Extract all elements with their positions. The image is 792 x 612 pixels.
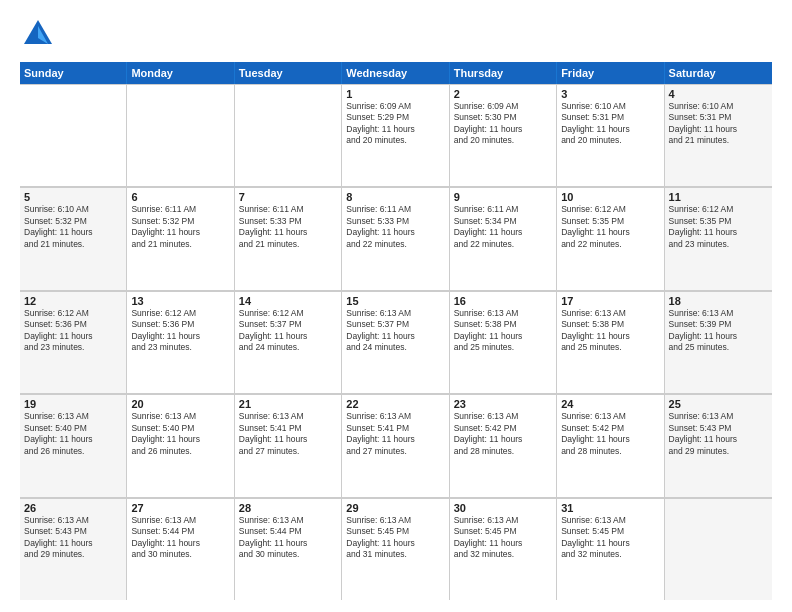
day-number: 19	[24, 398, 122, 410]
calendar-cell-day-6: 6Sunrise: 6:11 AM Sunset: 5:32 PM Daylig…	[127, 187, 234, 289]
calendar-cell-day-25: 25Sunrise: 6:13 AM Sunset: 5:43 PM Dayli…	[665, 394, 772, 496]
day-number: 11	[669, 191, 768, 203]
calendar-cell-day-5: 5Sunrise: 6:10 AM Sunset: 5:32 PM Daylig…	[20, 187, 127, 289]
day-number: 1	[346, 88, 444, 100]
calendar-row-2: 12Sunrise: 6:12 AM Sunset: 5:36 PM Dayli…	[20, 291, 772, 394]
calendar-cell-day-16: 16Sunrise: 6:13 AM Sunset: 5:38 PM Dayli…	[450, 291, 557, 393]
day-number: 31	[561, 502, 659, 514]
day-number: 15	[346, 295, 444, 307]
cell-info: Sunrise: 6:12 AM Sunset: 5:35 PM Dayligh…	[669, 204, 768, 250]
cell-info: Sunrise: 6:09 AM Sunset: 5:30 PM Dayligh…	[454, 101, 552, 147]
calendar-cell-day-7: 7Sunrise: 6:11 AM Sunset: 5:33 PM Daylig…	[235, 187, 342, 289]
cell-info: Sunrise: 6:13 AM Sunset: 5:45 PM Dayligh…	[561, 515, 659, 561]
cell-info: Sunrise: 6:11 AM Sunset: 5:34 PM Dayligh…	[454, 204, 552, 250]
day-number: 16	[454, 295, 552, 307]
day-number: 29	[346, 502, 444, 514]
weekday-header-sunday: Sunday	[20, 62, 127, 84]
calendar-row-4: 26Sunrise: 6:13 AM Sunset: 5:43 PM Dayli…	[20, 498, 772, 600]
day-number: 7	[239, 191, 337, 203]
cell-info: Sunrise: 6:13 AM Sunset: 5:45 PM Dayligh…	[454, 515, 552, 561]
day-number: 8	[346, 191, 444, 203]
calendar: SundayMondayTuesdayWednesdayThursdayFrid…	[20, 62, 772, 600]
calendar-cell-day-22: 22Sunrise: 6:13 AM Sunset: 5:41 PM Dayli…	[342, 394, 449, 496]
calendar-cell-day-17: 17Sunrise: 6:13 AM Sunset: 5:38 PM Dayli…	[557, 291, 664, 393]
day-number: 22	[346, 398, 444, 410]
calendar-cell-day-15: 15Sunrise: 6:13 AM Sunset: 5:37 PM Dayli…	[342, 291, 449, 393]
weekday-header-friday: Friday	[557, 62, 664, 84]
calendar-cell-day-18: 18Sunrise: 6:13 AM Sunset: 5:39 PM Dayli…	[665, 291, 772, 393]
cell-info: Sunrise: 6:13 AM Sunset: 5:42 PM Dayligh…	[454, 411, 552, 457]
weekday-header-saturday: Saturday	[665, 62, 772, 84]
day-number: 14	[239, 295, 337, 307]
day-number: 12	[24, 295, 122, 307]
calendar-cell-day-19: 19Sunrise: 6:13 AM Sunset: 5:40 PM Dayli…	[20, 394, 127, 496]
calendar-cell-day-29: 29Sunrise: 6:13 AM Sunset: 5:45 PM Dayli…	[342, 498, 449, 600]
calendar-cell-day-1: 1Sunrise: 6:09 AM Sunset: 5:29 PM Daylig…	[342, 84, 449, 186]
cell-info: Sunrise: 6:13 AM Sunset: 5:41 PM Dayligh…	[239, 411, 337, 457]
cell-info: Sunrise: 6:13 AM Sunset: 5:38 PM Dayligh…	[561, 308, 659, 354]
day-number: 6	[131, 191, 229, 203]
cell-info: Sunrise: 6:13 AM Sunset: 5:41 PM Dayligh…	[346, 411, 444, 457]
calendar-row-1: 5Sunrise: 6:10 AM Sunset: 5:32 PM Daylig…	[20, 187, 772, 290]
day-number: 9	[454, 191, 552, 203]
calendar-cell-day-11: 11Sunrise: 6:12 AM Sunset: 5:35 PM Dayli…	[665, 187, 772, 289]
calendar-cell-day-3: 3Sunrise: 6:10 AM Sunset: 5:31 PM Daylig…	[557, 84, 664, 186]
calendar-cell-day-27: 27Sunrise: 6:13 AM Sunset: 5:44 PM Dayli…	[127, 498, 234, 600]
calendar-row-0: 1Sunrise: 6:09 AM Sunset: 5:29 PM Daylig…	[20, 84, 772, 187]
cell-info: Sunrise: 6:10 AM Sunset: 5:31 PM Dayligh…	[561, 101, 659, 147]
calendar-cell-day-12: 12Sunrise: 6:12 AM Sunset: 5:36 PM Dayli…	[20, 291, 127, 393]
day-number: 27	[131, 502, 229, 514]
calendar-row-3: 19Sunrise: 6:13 AM Sunset: 5:40 PM Dayli…	[20, 394, 772, 497]
cell-info: Sunrise: 6:12 AM Sunset: 5:37 PM Dayligh…	[239, 308, 337, 354]
calendar-cell-day-10: 10Sunrise: 6:12 AM Sunset: 5:35 PM Dayli…	[557, 187, 664, 289]
day-number: 26	[24, 502, 122, 514]
calendar-cell-empty	[665, 498, 772, 600]
weekday-header-wednesday: Wednesday	[342, 62, 449, 84]
cell-info: Sunrise: 6:13 AM Sunset: 5:45 PM Dayligh…	[346, 515, 444, 561]
calendar-cell-empty	[127, 84, 234, 186]
weekday-header-thursday: Thursday	[450, 62, 557, 84]
cell-info: Sunrise: 6:13 AM Sunset: 5:40 PM Dayligh…	[24, 411, 122, 457]
calendar-cell-day-13: 13Sunrise: 6:12 AM Sunset: 5:36 PM Dayli…	[127, 291, 234, 393]
calendar-cell-day-2: 2Sunrise: 6:09 AM Sunset: 5:30 PM Daylig…	[450, 84, 557, 186]
header	[20, 16, 772, 52]
day-number: 13	[131, 295, 229, 307]
calendar-cell-empty	[20, 84, 127, 186]
cell-info: Sunrise: 6:12 AM Sunset: 5:35 PM Dayligh…	[561, 204, 659, 250]
day-number: 30	[454, 502, 552, 514]
cell-info: Sunrise: 6:13 AM Sunset: 5:42 PM Dayligh…	[561, 411, 659, 457]
cell-info: Sunrise: 6:11 AM Sunset: 5:33 PM Dayligh…	[346, 204, 444, 250]
cell-info: Sunrise: 6:10 AM Sunset: 5:32 PM Dayligh…	[24, 204, 122, 250]
cell-info: Sunrise: 6:13 AM Sunset: 5:40 PM Dayligh…	[131, 411, 229, 457]
day-number: 18	[669, 295, 768, 307]
day-number: 25	[669, 398, 768, 410]
day-number: 23	[454, 398, 552, 410]
calendar-cell-day-31: 31Sunrise: 6:13 AM Sunset: 5:45 PM Dayli…	[557, 498, 664, 600]
calendar-cell-day-30: 30Sunrise: 6:13 AM Sunset: 5:45 PM Dayli…	[450, 498, 557, 600]
cell-info: Sunrise: 6:13 AM Sunset: 5:43 PM Dayligh…	[24, 515, 122, 561]
calendar-cell-day-9: 9Sunrise: 6:11 AM Sunset: 5:34 PM Daylig…	[450, 187, 557, 289]
cell-info: Sunrise: 6:09 AM Sunset: 5:29 PM Dayligh…	[346, 101, 444, 147]
calendar-cell-day-26: 26Sunrise: 6:13 AM Sunset: 5:43 PM Dayli…	[20, 498, 127, 600]
cell-info: Sunrise: 6:10 AM Sunset: 5:31 PM Dayligh…	[669, 101, 768, 147]
day-number: 3	[561, 88, 659, 100]
cell-info: Sunrise: 6:13 AM Sunset: 5:39 PM Dayligh…	[669, 308, 768, 354]
calendar-cell-day-4: 4Sunrise: 6:10 AM Sunset: 5:31 PM Daylig…	[665, 84, 772, 186]
calendar-cell-empty	[235, 84, 342, 186]
calendar-cell-day-23: 23Sunrise: 6:13 AM Sunset: 5:42 PM Dayli…	[450, 394, 557, 496]
cell-info: Sunrise: 6:11 AM Sunset: 5:33 PM Dayligh…	[239, 204, 337, 250]
calendar-cell-day-21: 21Sunrise: 6:13 AM Sunset: 5:41 PM Dayli…	[235, 394, 342, 496]
day-number: 21	[239, 398, 337, 410]
cell-info: Sunrise: 6:11 AM Sunset: 5:32 PM Dayligh…	[131, 204, 229, 250]
cell-info: Sunrise: 6:13 AM Sunset: 5:43 PM Dayligh…	[669, 411, 768, 457]
weekday-header-monday: Monday	[127, 62, 234, 84]
cell-info: Sunrise: 6:12 AM Sunset: 5:36 PM Dayligh…	[131, 308, 229, 354]
day-number: 10	[561, 191, 659, 203]
day-number: 28	[239, 502, 337, 514]
cell-info: Sunrise: 6:13 AM Sunset: 5:44 PM Dayligh…	[239, 515, 337, 561]
logo	[20, 16, 60, 52]
cell-info: Sunrise: 6:13 AM Sunset: 5:44 PM Dayligh…	[131, 515, 229, 561]
logo-icon	[20, 16, 56, 52]
calendar-cell-day-24: 24Sunrise: 6:13 AM Sunset: 5:42 PM Dayli…	[557, 394, 664, 496]
calendar-header: SundayMondayTuesdayWednesdayThursdayFrid…	[20, 62, 772, 84]
